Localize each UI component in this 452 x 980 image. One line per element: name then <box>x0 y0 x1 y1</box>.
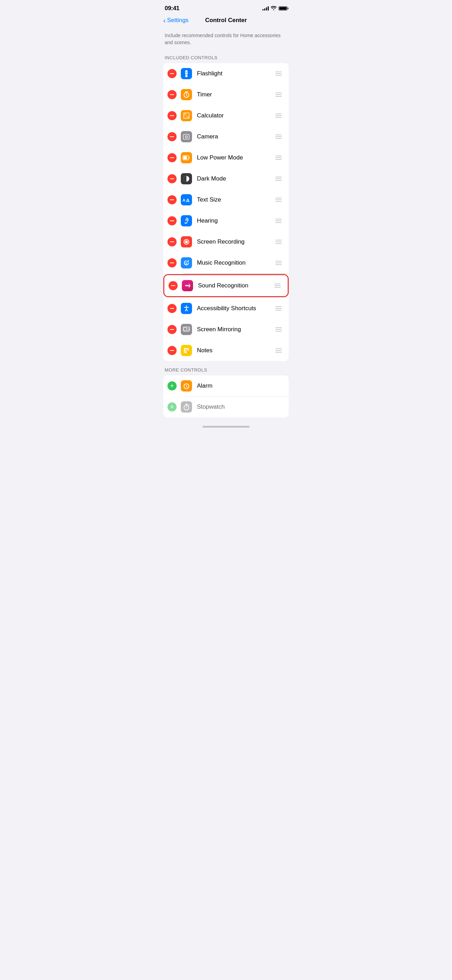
low-power-icon: ⚡ <box>181 152 192 163</box>
accessibility-label: Accessibility Shortcuts <box>197 305 274 312</box>
list-item: Stopwatch <box>163 396 289 417</box>
list-item: Notes <box>163 340 289 361</box>
more-controls-list: Alarm Stopwatch <box>163 375 289 417</box>
svg-point-19 <box>185 240 188 243</box>
drag-handle[interactable] <box>274 347 283 354</box>
svg-point-5 <box>188 116 188 116</box>
remove-button[interactable] <box>167 258 177 267</box>
alarm-icon <box>181 380 192 391</box>
remove-button[interactable] <box>167 346 177 355</box>
svg-point-16 <box>186 219 187 221</box>
remove-button[interactable] <box>167 90 177 99</box>
remove-button[interactable] <box>167 216 177 225</box>
alarm-label: Alarm <box>197 382 283 390</box>
remove-button[interactable] <box>169 281 178 290</box>
description-section: Include recommended controls for Home ac… <box>158 28 294 49</box>
included-controls-header: INCLUDED CONTROLS <box>158 49 294 63</box>
list-item: Screen Mirroring <box>163 319 289 340</box>
camera-icon <box>181 131 192 142</box>
list-item: S Music Recognition <box>163 252 289 274</box>
list-item: Dark Mode <box>163 168 289 189</box>
list-item: Calculator <box>163 105 289 126</box>
svg-point-3 <box>185 116 185 116</box>
remove-button[interactable] <box>167 237 177 247</box>
stopwatch-icon <box>181 401 192 412</box>
drag-handle[interactable] <box>274 175 283 182</box>
add-button[interactable] <box>167 402 177 412</box>
stopwatch-label: Stopwatch <box>197 403 283 410</box>
remove-button[interactable] <box>167 111 177 120</box>
screen-mirroring-label: Screen Mirroring <box>197 326 274 333</box>
drag-handle[interactable] <box>274 112 283 119</box>
drag-handle[interactable] <box>274 326 283 333</box>
back-button[interactable]: ‹ Settings <box>163 17 188 24</box>
drag-handle[interactable] <box>273 282 282 289</box>
hearing-icon <box>181 215 192 226</box>
more-controls-header: MORE CONTROLS <box>158 361 294 375</box>
text-size-icon: A A <box>181 194 192 205</box>
list-item: Camera <box>163 126 289 147</box>
sound-recognition-icon <box>182 280 193 291</box>
signal-icon <box>263 6 269 11</box>
remove-button[interactable] <box>167 132 177 141</box>
remove-button[interactable] <box>167 174 177 183</box>
svg-point-6 <box>185 117 185 118</box>
battery-icon <box>279 6 287 11</box>
drag-handle[interactable] <box>274 154 283 161</box>
drag-handle[interactable] <box>274 238 283 245</box>
svg-point-17 <box>185 223 185 223</box>
status-time: 09:41 <box>165 5 180 12</box>
screen-recording-label: Screen Recording <box>197 238 274 245</box>
status-icons <box>263 6 287 11</box>
drag-handle[interactable] <box>274 259 283 266</box>
back-label: Settings <box>167 17 188 24</box>
svg-text:S: S <box>185 261 188 265</box>
low-power-label: Low Power Mode <box>197 154 274 161</box>
drag-handle[interactable] <box>274 70 283 77</box>
flashlight-label: Flashlight <box>197 70 274 77</box>
drag-handle[interactable] <box>274 196 283 203</box>
status-bar: 09:41 <box>158 0 294 14</box>
svg-text:A: A <box>183 198 185 202</box>
music-recognition-icon: S <box>181 257 192 269</box>
remove-button[interactable] <box>167 153 177 162</box>
flashlight-icon <box>181 68 192 79</box>
list-item: Alarm <box>163 375 289 396</box>
page-title: Control Center <box>205 17 247 24</box>
chevron-left-icon: ‹ <box>163 17 166 24</box>
highlighted-container: Sound Recognition <box>163 274 289 298</box>
sound-recognition-label: Sound Recognition <box>198 282 273 289</box>
drag-handle[interactable] <box>274 91 283 98</box>
list-item: Hearing <box>163 210 289 231</box>
drag-handle[interactable] <box>274 133 283 140</box>
svg-text:A: A <box>186 198 189 203</box>
remove-button[interactable] <box>167 325 177 334</box>
remove-button[interactable] <box>167 304 177 313</box>
dark-mode-icon <box>181 173 192 185</box>
svg-point-4 <box>186 116 187 116</box>
add-button[interactable] <box>167 381 177 390</box>
remove-button[interactable] <box>167 69 177 78</box>
camera-label: Camera <box>197 133 274 140</box>
list-item: A A Text Size <box>163 189 289 210</box>
wifi-icon <box>271 5 277 11</box>
text-size-label: Text Size <box>197 196 274 203</box>
svg-rect-25 <box>187 328 189 330</box>
drag-handle[interactable] <box>274 217 283 224</box>
dark-mode-label: Dark Mode <box>197 175 274 182</box>
list-item: Screen Recording <box>163 231 289 252</box>
drag-handle[interactable] <box>274 305 283 312</box>
description-text: Include recommended controls for Home ac… <box>165 33 281 45</box>
list-item: Timer <box>163 84 289 105</box>
home-bar <box>202 426 250 428</box>
timer-icon <box>181 89 192 100</box>
hearing-label: Hearing <box>197 217 274 224</box>
music-recognition-label: Music Recognition <box>197 259 274 266</box>
svg-rect-24 <box>184 328 186 331</box>
svg-point-22 <box>186 305 187 307</box>
svg-rect-8 <box>188 117 188 118</box>
remove-button[interactable] <box>167 195 177 204</box>
accessibility-icon <box>181 303 192 314</box>
timer-label: Timer <box>197 91 274 98</box>
svg-text:⚡: ⚡ <box>186 156 190 160</box>
